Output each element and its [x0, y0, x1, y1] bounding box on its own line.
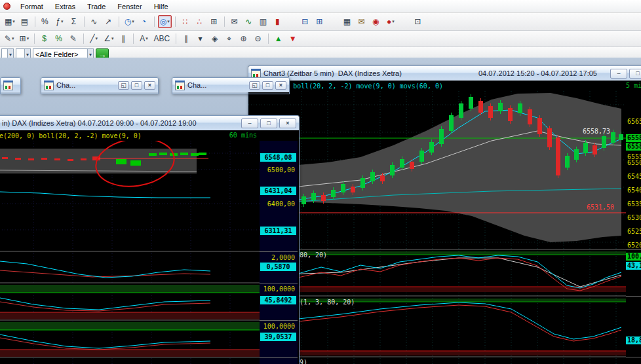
text-tool-icon[interactable]: A▾ [137, 32, 150, 45]
minimize-button[interactable] [610, 69, 627, 79]
close-button[interactable] [279, 118, 296, 128]
crosshair-icon[interactable]: ⌖ [223, 32, 236, 45]
calendar-icon[interactable]: ▦ [341, 15, 354, 28]
settings-icon[interactable]: ⊡ [412, 15, 425, 28]
close-button[interactable] [144, 81, 155, 90]
more-tools-icon[interactable]: ▾ [194, 32, 207, 45]
line-tool-icon[interactable]: ╱▾ [87, 32, 100, 45]
cascade-windows-icon[interactable]: ⊞ [313, 15, 326, 28]
mail-icon[interactable]: ✉ [228, 15, 241, 28]
formula-icon[interactable]: ƒ▾ [53, 15, 66, 28]
oscillator2 [248, 299, 626, 355]
abc-label-icon[interactable]: ABC [151, 32, 172, 45]
clock-icon[interactable]: ◷▾ [123, 15, 136, 28]
toolbar-button [398, 15, 410, 28]
maximize-button[interactable] [131, 81, 142, 90]
maximize-button[interactable] [260, 118, 277, 128]
grid-icon[interactable]: ⊞ [208, 15, 221, 28]
window-stub-titlebar[interactable] [1, 78, 20, 92]
toolbar-button [286, 15, 298, 28]
pattern-dots-icon[interactable]: ∷ [179, 15, 192, 28]
percent-icon[interactable]: % [39, 15, 52, 28]
pencil2-icon[interactable]: ✎ [67, 32, 80, 45]
oscillator2 [0, 285, 260, 319]
toolbar-button [224, 16, 225, 27]
candle-chart-icon[interactable]: ▮ [271, 15, 284, 28]
interval-clock-icon[interactable]: ◔ [138, 15, 151, 28]
record-icon[interactable]: ●▾ [384, 15, 397, 28]
close-button[interactable] [275, 81, 286, 90]
oscillator3-label: 9) [300, 359, 307, 364]
price-value-box: 6548,08 [260, 153, 296, 162]
axis-tick: 6500,00 [260, 166, 298, 173]
menu-item-format[interactable]: Format [14, 1, 49, 12]
grid-lines [0, 141, 260, 364]
chart3-price-axis[interactable]: 6565,00 6558,73 6558,73 6555,00 6550,00 … [626, 91, 641, 364]
target-icon[interactable]: ◎▾ [158, 15, 172, 28]
menu-item-trade[interactable]: Trade [81, 1, 111, 12]
polyline-tool-icon[interactable]: ∠▾ [102, 32, 115, 45]
bollinger-band [0, 149, 197, 173]
indicator-wave-icon[interactable]: ∿ [88, 15, 101, 28]
parallel-lines-icon[interactable]: ∥ [180, 32, 193, 45]
interval-label: 5 mins [626, 82, 641, 89]
toolbar-button [133, 33, 134, 44]
restore-button[interactable] [249, 81, 260, 90]
chart60-plot-area[interactable] [0, 141, 260, 364]
last-price-axis-box: 6558,73 [626, 134, 641, 142]
oscillator1-value-box: 0,5870 [260, 263, 296, 271]
mdi-workspace: Cha... Cha... [0, 58, 641, 364]
axis-tick: 6400,00 [260, 200, 298, 208]
minimized-window-2-titlebar[interactable]: Cha... [172, 78, 289, 92]
percent-draw-icon[interactable]: % [52, 32, 66, 45]
indicator-label: ve(200, 0) boll(20, 2, -2) move(9, 0) [0, 132, 142, 139]
minimized-window-1-titlebar[interactable]: Cha... [41, 78, 158, 92]
bar-chart-icon[interactable]: ▥ [257, 15, 270, 28]
oscillator1-max: 2,0000 [260, 254, 298, 261]
maximize-button[interactable] [262, 81, 273, 90]
buy-arrow-icon[interactable]: ▲ [272, 32, 285, 45]
oscillator1-label: 80, 20) [300, 251, 327, 259]
chart60-price-axis[interactable]: 6548,08 6500,00 6431,04 6400,00 6311,31 … [260, 141, 298, 364]
line-chart-icon[interactable]: ∿ [243, 15, 256, 28]
chart3-plot-area[interactable]: 6558,73 6531,50 80, 20) (1, 3, 80, 20) 9… [248, 91, 626, 364]
chart-template-icon[interactable]: ▦▾ [3, 15, 17, 28]
currency-icon[interactable]: $ [38, 32, 51, 45]
tile-windows-icon[interactable]: ⊟ [299, 15, 312, 28]
diamond-tool-icon[interactable]: ◈ [208, 32, 222, 45]
restore-button[interactable] [118, 81, 129, 90]
zoom-in-icon[interactable]: ⊕ [237, 32, 250, 45]
axis-separator [626, 296, 641, 297]
axis-tick: 6530,00 [626, 214, 641, 221]
sell-arrow-icon[interactable]: ▼ [286, 32, 300, 45]
oscillator2-value-box: 45,8492 [260, 296, 296, 304]
window-title: Cha... [187, 81, 206, 89]
toolbar-button [34, 33, 35, 44]
last-price-label: 6558,73 [583, 128, 610, 135]
maximize-button[interactable] [629, 69, 641, 79]
table-icon[interactable]: ⊞▾ [18, 32, 31, 45]
chart3-canvas [248, 91, 626, 364]
axis-tick: 6550,00 [626, 159, 641, 166]
menu-item-extras[interactable]: Extras [49, 1, 81, 12]
axis-tick: 6545,00 [626, 173, 641, 180]
channel-tool-icon[interactable]: ∥ [117, 32, 130, 45]
pattern-dice-icon[interactable]: ∴ [193, 15, 206, 28]
pencil-icon[interactable]: ✎▾ [3, 32, 16, 45]
trendline-icon[interactable]: ↗ [102, 15, 115, 28]
minimize-button[interactable] [241, 118, 258, 128]
zoom-out-icon[interactable]: ⊖ [252, 32, 265, 45]
window-chart-60min: in) DAX (Indizes Xetra) 04.07.2012 09:00… [0, 115, 300, 364]
chart3-body: 6558,73 6531,50 80, 20) (1, 3, 80, 20) 9… [248, 91, 641, 364]
toolbar-button [83, 33, 84, 44]
chart60-titlebar[interactable]: in) DAX (Indizes Xetra) 04.07.2012 09:00… [0, 116, 299, 130]
news-icon[interactable]: ✉ [355, 15, 368, 28]
page-layout-icon[interactable]: ▤ [18, 15, 31, 28]
menu-item-fenster[interactable]: Fenster [111, 1, 147, 12]
sum-icon[interactable]: Σ [68, 15, 81, 28]
chart60-body: 6548,08 6500,00 6431,04 6400,00 6311,31 … [0, 141, 299, 364]
toolbar-button [176, 33, 176, 44]
menu-item-hilfe[interactable]: Hilfe [148, 1, 174, 12]
chart3-titlebar[interactable]: Chart3 (Zeitbar 5 min) DAX (Indizes Xetr… [248, 66, 641, 81]
alert-icon[interactable]: ◉ [370, 15, 383, 28]
